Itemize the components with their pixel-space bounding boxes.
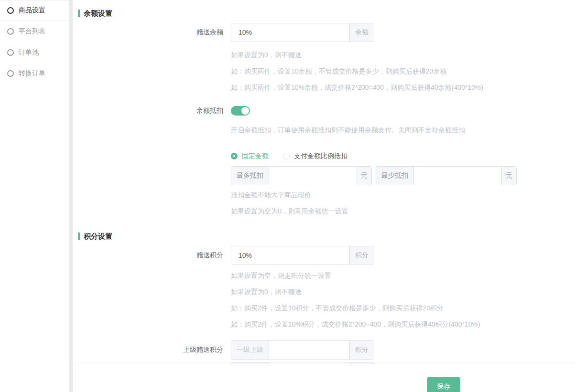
parent-points-label: 上级赠送积分 [73,346,223,354]
radio-circle-icon [7,49,14,56]
settings-panel: 余额设置 赠送余额 余额 如果设置为0，则不赠送 如：购买两件，设置10余额，不… [73,0,575,392]
vertical-scrollbar[interactable] [69,0,73,392]
gift-balance-unit: 余额 [349,23,374,42]
gift-points-input-group: 积分 [231,246,374,265]
hint-text: 如：购买2件，设置10积分，不管成交价格是多少，则购买后获得20积分 [231,304,575,313]
radio-label: 固定金额 [242,152,269,160]
min-deduct-input[interactable] [414,167,501,185]
section-accent-bar [78,10,80,17]
gift-balance-input-group: 余额 [231,23,374,42]
balance-deduct-label: 余额抵扣 [73,106,223,115]
hint-text: 如：购买2件，设置10%积分，成交价格2*200=400，则购买后获得40积分(… [231,320,575,329]
max-deduct-prefix: 最多抵扣 [231,167,269,185]
save-button[interactable]: 保存 [427,377,460,392]
radio-circle-icon [7,7,14,14]
parent-level1-input[interactable] [269,341,349,359]
sidebar-item-label: 转换订单 [19,69,45,78]
radio-label: 支付金额比例抵扣 [294,152,347,160]
deduct-mode-radio-group: 固定金额 支付金额比例抵扣 [231,151,575,161]
radio-circle-icon [7,70,14,77]
sidebar-item-convert-order[interactable]: 转换订单 [0,63,69,84]
parent-points-row: 上级赠送积分 一级上级 积分 [73,340,575,360]
min-deduct-prefix: 最少抵扣 [376,167,414,185]
hint-text: 如果设置为空，则走积分统一设置 [231,271,575,280]
section-title-text: 积分设置 [84,233,112,240]
gift-points-unit: 积分 [349,246,374,265]
max-deduct-input[interactable] [269,167,357,185]
radio-fixed-amount[interactable]: 固定金额 [231,152,269,160]
gift-points-label: 赠送积分 [73,251,223,260]
sidebar-item-product-settings[interactable]: 商品设置 [0,0,69,21]
hint-text: 抵扣金额不能大于商品现价 [231,191,575,200]
sidebar-item-label: 订单池 [19,48,39,57]
hint-text: 如：购买两件，设置10余额，不管成交价格是多少，则购买后获得20余额 [231,67,575,76]
parent-points-input-group: 一级上级 积分 [231,340,374,360]
hint-text: 如：购买两件，设置10%余额，成交价格2*200=400，则购买后获得40余额(… [231,83,575,92]
min-deduct-unit: 元 [501,167,516,185]
balance-section-title: 余额设置 [78,10,575,17]
footer-bar: 保存 [73,364,575,392]
gift-points-row: 赠送积分 积分 [73,246,575,265]
gift-balance-label: 赠送余额 [73,28,223,37]
sidebar-item-label: 平台列表 [19,27,45,36]
radio-unselected-icon [283,153,290,159]
max-deduct-unit: 元 [357,167,371,185]
parent-level1-unit: 积分 [349,341,374,359]
balance-deduct-toggle[interactable] [231,106,250,116]
gift-balance-row: 赠送余额 余额 [73,23,575,42]
section-accent-bar [78,233,80,240]
parent-level1-prefix: 一级上级 [231,341,269,359]
balance-deduct-row: 余额抵扣 [73,101,575,120]
radio-selected-icon [231,153,238,159]
deduct-limits-row: 最多抵扣 元 最少抵扣 元 [231,166,575,185]
section-title-text: 余额设置 [84,10,112,17]
hint-text: 如果设置为空为0，则采用余额统一设置 [231,207,575,216]
sidebar-item-label: 商品设置 [19,6,45,15]
hint-text: 如果设置为0，则不赠送 [231,51,575,60]
sidebar-item-order-pool[interactable]: 订单池 [0,42,69,63]
gift-points-input[interactable] [231,246,349,265]
radio-circle-icon [7,28,14,35]
sidebar-item-platform-list[interactable]: 平台列表 [0,21,69,42]
max-deduct-input-group: 最多抵扣 元 [231,166,372,185]
points-section-title: 积分设置 [78,233,575,240]
min-deduct-input-group: 最少抵扣 元 [376,166,517,185]
sidebar: 商品设置 平台列表 订单池 转换订单 [0,0,69,392]
radio-pay-ratio[interactable]: 支付金额比例抵扣 [283,152,347,160]
hint-text: 开启余额抵扣，订单使用余额抵扣则不能使用余额支付。关闭则不支持余额抵扣 [231,126,575,135]
hint-text: 如果设置为0，则不赠送 [231,287,575,297]
gift-balance-input[interactable] [231,23,349,42]
